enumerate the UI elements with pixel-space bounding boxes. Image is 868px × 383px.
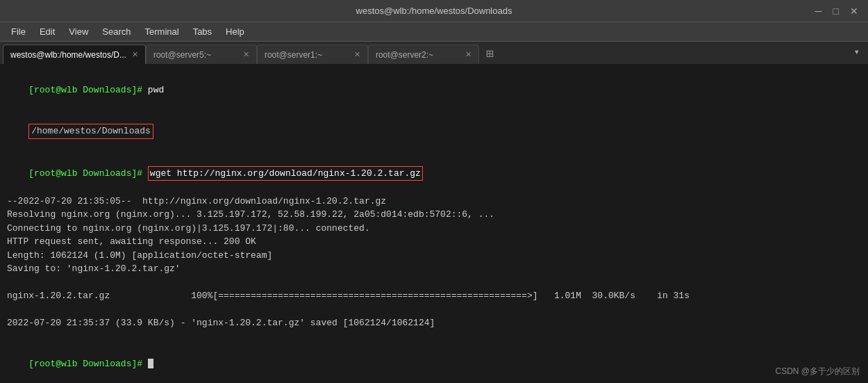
terminal-line-7: HTTP request sent, awaiting response... … bbox=[7, 235, 861, 249]
tab-2-label: root@server5:~ bbox=[153, 50, 211, 60]
tab-2[interactable]: root@server5:~ ✕ bbox=[146, 44, 257, 64]
tab-4[interactable]: root@server2:~ ✕ bbox=[368, 44, 479, 64]
wget-cmd: wget http://nginx.org/download/nginx-1.2… bbox=[148, 166, 423, 181]
terminal-line-5: Resolving nginx.org (nginx.org)... 3.125… bbox=[7, 208, 861, 222]
pwd-output: /home/westos/Downloads bbox=[28, 124, 153, 139]
maximize-button[interactable]: □ bbox=[829, 4, 843, 18]
tab-4-close[interactable]: ✕ bbox=[465, 50, 471, 59]
tab-3[interactable]: root@server1:~ ✕ bbox=[257, 44, 368, 64]
menu-terminal[interactable]: Terminal bbox=[140, 25, 185, 38]
prompt-3: [root@wlb Downloads]# bbox=[28, 168, 148, 179]
terminal-blank-1 bbox=[7, 276, 861, 290]
terminal-final-prompt: [root@wlb Downloads]# bbox=[7, 343, 861, 383]
tab-1-close[interactable]: ✕ bbox=[132, 50, 138, 59]
tab-1-label: westos@wlb:/home/westos/D... bbox=[10, 50, 126, 60]
close-button[interactable]: ✕ bbox=[846, 4, 862, 18]
tab-bar: westos@wlb:/home/westos/D... ✕ root@serv… bbox=[0, 42, 868, 65]
terminal-blank-2 bbox=[7, 303, 861, 317]
new-tab-button[interactable]: ⊞ bbox=[482, 44, 498, 64]
menu-view[interactable]: View bbox=[63, 25, 94, 38]
tab-3-close[interactable]: ✕ bbox=[354, 50, 360, 59]
title-bar: westos@wlb:/home/westos/Downloads ─ □ ✕ bbox=[0, 0, 868, 22]
terminal-line-9: Saving to: 'nginx-1.20.2.tar.gz' bbox=[7, 262, 861, 276]
terminal-line-4: --2022-07-20 21:35:05-- http://nginx.org… bbox=[7, 195, 861, 209]
window-title: westos@wlb:/home/westos/Downloads bbox=[356, 6, 512, 16]
tab-4-label: root@server2:~ bbox=[376, 50, 433, 60]
terminal-line-2: /home/westos/Downloads bbox=[7, 111, 861, 153]
final-prompt-text: [root@wlb Downloads]# bbox=[28, 359, 148, 369]
terminal-line-6: Connecting to nginx.org (nginx.org)|3.12… bbox=[7, 222, 861, 236]
menu-file[interactable]: File bbox=[6, 25, 31, 38]
terminal-cursor bbox=[148, 359, 153, 368]
terminal-line-8: Length: 1062124 (1.0M) [application/octe… bbox=[7, 249, 861, 263]
menu-edit[interactable]: Edit bbox=[34, 25, 60, 38]
menu-tabs[interactable]: Tabs bbox=[187, 25, 217, 38]
terminal-line-1: [root@wlb Downloads]# pwd bbox=[7, 70, 861, 111]
window-controls: ─ □ ✕ bbox=[811, 4, 862, 18]
terminal-saved: 2022-07-20 21:35:37 (33.9 KB/s) - 'nginx… bbox=[7, 316, 861, 330]
terminal-progress: nginx-1.20.2.tar.gz 100%[===============… bbox=[7, 289, 861, 303]
menu-search[interactable]: Search bbox=[97, 25, 136, 38]
tab-dropdown-button[interactable]: ▾ bbox=[849, 40, 865, 64]
tab-1[interactable]: westos@wlb:/home/westos/D... ✕ bbox=[3, 44, 146, 64]
cmd-1: pwd bbox=[148, 85, 164, 95]
terminal-line-3: [root@wlb Downloads]# wget http://nginx.… bbox=[7, 152, 861, 195]
prompt-1: [root@wlb Downloads]# bbox=[28, 85, 148, 95]
minimize-button[interactable]: ─ bbox=[811, 4, 826, 18]
tab-3-label: root@server1:~ bbox=[265, 50, 322, 60]
watermark: CSDN @多于少的区别 bbox=[775, 366, 860, 377]
tab-2-close[interactable]: ✕ bbox=[243, 50, 249, 59]
terminal-blank-3 bbox=[7, 330, 861, 344]
terminal-body: [root@wlb Downloads]# pwd /home/westos/D… bbox=[0, 65, 868, 383]
menu-bar: File Edit View Search Terminal Tabs Help bbox=[0, 22, 868, 42]
menu-help[interactable]: Help bbox=[220, 25, 250, 38]
